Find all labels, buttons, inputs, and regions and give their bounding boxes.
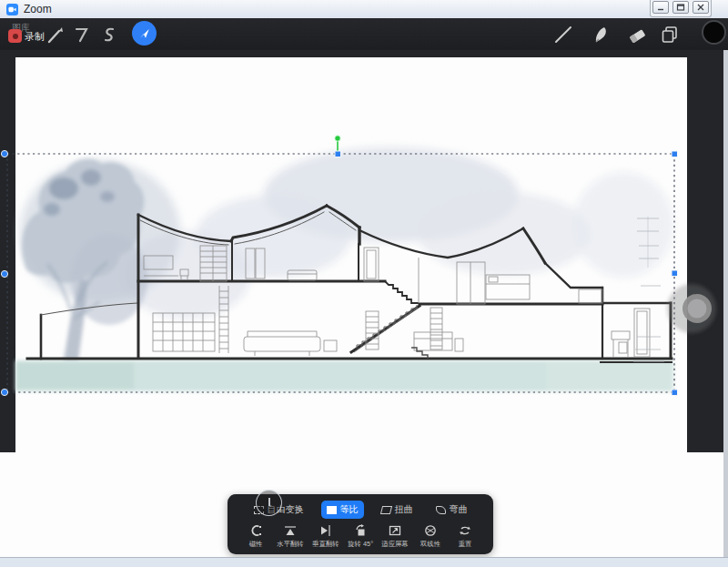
- close-button[interactable]: [693, 1, 709, 14]
- window-controls: [650, 0, 712, 17]
- window-title: Zoom: [24, 3, 52, 15]
- record-label[interactable]: 录制: [25, 30, 45, 44]
- mode-label: 弯曲: [450, 503, 468, 516]
- maximize-button[interactable]: [672, 1, 689, 14]
- flip-vertical-icon: [319, 524, 332, 537]
- brush-tool-icon[interactable]: [591, 24, 612, 46]
- magnet-icon: [249, 524, 262, 537]
- line-tool-icon[interactable]: [552, 24, 574, 46]
- distort-icon: [379, 506, 391, 514]
- action-flip-horizontal[interactable]: 水平翻转: [273, 524, 308, 549]
- handle-top-left[interactable]: [1, 150, 7, 157]
- minimize-button[interactable]: [652, 1, 669, 14]
- titlebar: Zoom: [0, 0, 728, 19]
- water-wash: [15, 360, 673, 391]
- record-icon[interactable]: [8, 29, 22, 43]
- handle-top-center[interactable]: [335, 151, 341, 157]
- action-flip-vertical[interactable]: 垂直翻转: [308, 524, 343, 549]
- action-bilinear[interactable]: 双线性: [413, 524, 448, 549]
- mode-label: 扭曲: [395, 503, 413, 516]
- zoom-window: Zoom 图库 录制: [0, 0, 728, 567]
- action-magnetic[interactable]: 磁性: [238, 524, 273, 549]
- bilinear-icon: [424, 524, 437, 537]
- action-fit-screen[interactable]: 适应屏幕: [378, 524, 412, 549]
- rotate-45-icon: [354, 524, 367, 537]
- pointer-tool-button[interactable]: [132, 21, 157, 46]
- reset-icon: [459, 524, 471, 537]
- transform-actions: 磁性 水平翻转 垂直翻转: [228, 522, 493, 549]
- shared-screen-content: 自由变换 等比 扭曲 弯曲: [0, 50, 728, 567]
- pages-tool-icon[interactable]: [659, 24, 681, 46]
- architecture-sketch: [0, 50, 728, 567]
- warp-icon: [436, 506, 446, 514]
- uniform-scale-icon: [327, 506, 337, 514]
- mode-distort[interactable]: 扭曲: [376, 501, 419, 519]
- mode-label: 等比: [340, 503, 359, 516]
- rotate-handle[interactable]: [335, 136, 340, 141]
- handle-bottom-right[interactable]: [672, 390, 678, 396]
- action-reset[interactable]: 重置: [448, 524, 482, 549]
- mode-warp[interactable]: 弯曲: [430, 501, 473, 519]
- handle-bottom-left[interactable]: [1, 389, 7, 395]
- action-rotate-45[interactable]: 旋转 45°: [343, 524, 378, 549]
- eraser-tool-icon[interactable]: [626, 25, 648, 46]
- handle-right-middle[interactable]: [672, 270, 678, 277]
- touch-indicator: [256, 490, 282, 516]
- flip-horizontal-icon: [284, 524, 297, 537]
- handle-left-middle[interactable]: [1, 270, 7, 277]
- fit-screen-icon: [389, 524, 401, 537]
- pointer-arrow-icon: [137, 26, 151, 40]
- mode-uniform-scale[interactable]: 等比: [321, 501, 364, 519]
- zoom-logo-icon: [6, 4, 18, 15]
- window-bottom-frame: [0, 557, 728, 567]
- annotation-toolbar: 图库 录制: [0, 18, 728, 50]
- side-grab-handle[interactable]: [667, 284, 716, 333]
- draw-tool-icon[interactable]: [73, 25, 91, 44]
- color-swatch[interactable]: [702, 20, 726, 45]
- pen-tool-icon[interactable]: [46, 25, 66, 45]
- handle-top-right[interactable]: [672, 151, 678, 157]
- smooth-tool-icon[interactable]: [100, 25, 118, 44]
- watercolor-washes: [15, 147, 673, 391]
